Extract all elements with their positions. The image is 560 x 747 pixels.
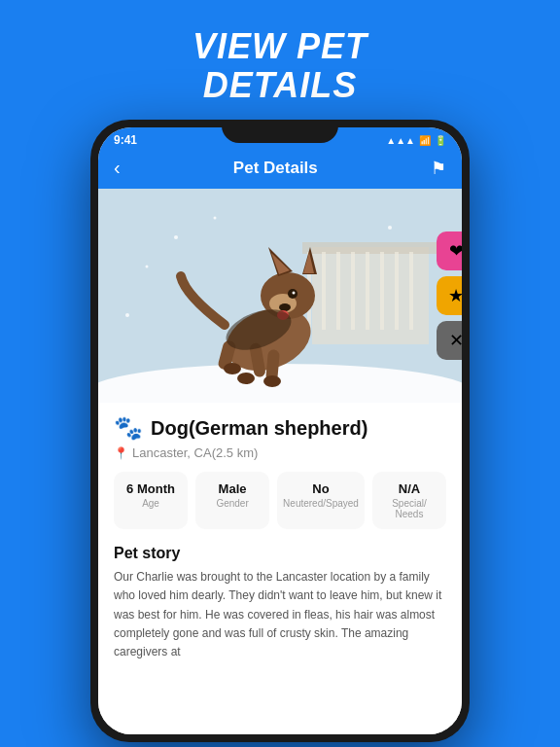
page-title: View PetDetails [19, 27, 541, 104]
stat-neutered-value: No [283, 481, 359, 496]
svg-point-28 [224, 363, 241, 374]
star-button[interactable]: ★ [437, 276, 462, 315]
status-icons: ▲▲▲ 📶 🔋 [386, 135, 446, 146]
heart-icon: ❤ [449, 240, 463, 262]
stat-special-label: Special/ Needs [378, 498, 440, 519]
status-time: 9:41 [114, 133, 137, 147]
close-icon: ✕ [449, 330, 463, 351]
location-pin-icon: 📍 [114, 446, 128, 460]
story-section-title: Pet story [114, 545, 446, 562]
stat-age-value: 6 Month [120, 481, 182, 496]
battery-icon: 🔋 [435, 135, 446, 146]
phone-notch [222, 120, 338, 143]
back-button[interactable]: ‹ [114, 157, 121, 179]
stat-gender: Male Gender [195, 472, 269, 529]
flag-icon[interactable]: ⚑ [431, 158, 446, 179]
close-button[interactable]: ✕ [437, 321, 462, 360]
stat-gender-value: Male [201, 481, 263, 496]
svg-point-25 [237, 373, 255, 384]
pet-image [98, 189, 462, 403]
nav-bar: ‹ Pet Details ⚑ [98, 151, 462, 189]
svg-rect-10 [395, 252, 399, 330]
stats-grid: 6 Month Age Male Gender No Neutered/Spay… [114, 472, 446, 529]
svg-point-30 [174, 235, 178, 239]
svg-point-33 [388, 226, 392, 230]
action-buttons: ❤ ★ ✕ [437, 231, 462, 360]
pet-image-container: ❤ ★ ✕ [98, 189, 462, 403]
stat-neutered: No Neutered/Spayed [277, 472, 365, 529]
svg-point-35 [125, 313, 129, 317]
nav-title: Pet Details [233, 159, 318, 178]
stat-gender-label: Gender [201, 498, 263, 509]
story-text: Our Charlie was brought to the Lancaster… [114, 568, 446, 661]
svg-point-19 [279, 303, 291, 311]
svg-rect-8 [366, 252, 369, 330]
wifi-icon: 📶 [419, 135, 431, 146]
star-icon: ★ [448, 285, 462, 306]
stat-neutered-label: Neutered/Spayed [283, 498, 359, 509]
phone-mockup: 9:41 ▲▲▲ 📶 🔋 ‹ Pet Details ⚑ [90, 120, 470, 742]
pet-location: Lancaster, CA(2.5 km) [132, 445, 258, 460]
svg-point-21 [293, 292, 296, 295]
svg-rect-11 [409, 252, 413, 330]
pet-type-icon: 🐾 [114, 414, 143, 442]
phone-screen: 9:41 ▲▲▲ 📶 🔋 ‹ Pet Details ⚑ [98, 127, 462, 734]
svg-rect-6 [336, 252, 340, 330]
page-header: View PetDetails [0, 0, 560, 120]
stat-special: N/A Special/ Needs [372, 472, 446, 529]
svg-point-32 [146, 266, 149, 268]
svg-point-31 [214, 217, 217, 220]
svg-rect-7 [351, 252, 355, 330]
pet-name: Dog(German shepherd) [151, 417, 368, 440]
svg-rect-9 [380, 252, 384, 330]
signal-icon: ▲▲▲ [386, 135, 415, 146]
svg-rect-5 [322, 252, 326, 330]
pet-location-row: 📍 Lancaster, CA(2.5 km) [114, 445, 446, 460]
content-area: 🐾 Dog(German shepherd) 📍 Lancaster, CA(2… [98, 403, 462, 734]
pet-name-row: 🐾 Dog(German shepherd) [114, 414, 446, 442]
stat-special-value: N/A [378, 481, 440, 496]
stat-age-label: Age [120, 498, 182, 509]
stat-age: 6 Month Age [114, 472, 188, 529]
svg-point-26 [263, 375, 281, 387]
heart-button[interactable]: ❤ [437, 231, 462, 270]
